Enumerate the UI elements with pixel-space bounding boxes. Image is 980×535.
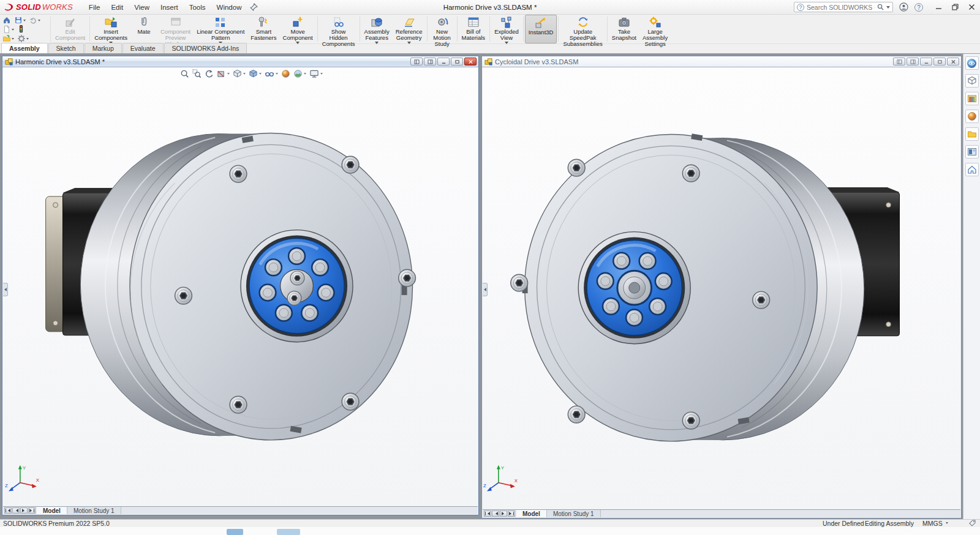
menu-view[interactable]: View — [134, 4, 149, 11]
cmd-move-component[interactable]: Move Component — [280, 15, 316, 43]
help-button-icon[interactable]: ? — [914, 3, 923, 12]
content-3d-icon[interactable] — [965, 74, 979, 88]
scroll-next-button[interactable] — [500, 511, 507, 517]
document-window-cycloidal[interactable]: Cycloidal Drive v3.SLDASM — [481, 56, 962, 518]
save-button[interactable] — [14, 16, 26, 24]
display-pane-left-button[interactable] — [893, 58, 905, 65]
file-explorer-icon[interactable] — [965, 127, 979, 141]
cmd-new-motion-study[interactable]: New Motion Study — [429, 15, 456, 43]
search-input[interactable] — [807, 4, 875, 11]
zoom-to-fit-icon[interactable] — [180, 69, 189, 78]
rebuild-button[interactable] — [17, 24, 25, 34]
tab-markup[interactable]: Markup — [85, 43, 122, 53]
child-close-button[interactable] — [947, 58, 959, 65]
resources-home-icon[interactable] — [965, 163, 979, 176]
child-minimize-button[interactable] — [437, 58, 450, 65]
open-button[interactable] — [2, 34, 14, 43]
viewport-3d-harmonic[interactable]: Y X Z — [3, 67, 478, 508]
scroll-first-button[interactable] — [4, 507, 12, 514]
apply-scene-icon[interactable] — [293, 69, 306, 78]
cycloidal-titlebar[interactable]: Cycloidal Drive v3.SLDASM — [482, 56, 961, 67]
minimize-button[interactable] — [935, 4, 942, 10]
cmd-linear-component-pattern[interactable]: Linear Component Pattern — [194, 15, 247, 43]
dropdown-caret-icon[interactable] — [320, 73, 323, 76]
cmd-bill-of-materials[interactable]: Bill of Materials — [459, 15, 489, 43]
scroll-prev-button[interactable] — [492, 511, 499, 517]
pin-menu-icon[interactable] — [250, 3, 258, 11]
cmd-assembly-features[interactable]: Assembly Features — [361, 15, 393, 43]
scroll-next-button[interactable] — [20, 507, 28, 514]
scroll-last-button[interactable] — [508, 511, 515, 517]
search-options-caret-icon[interactable] — [886, 6, 890, 10]
threedexperience-icon[interactable] — [965, 56, 979, 70]
section-view-icon[interactable] — [217, 69, 230, 78]
tab-model[interactable]: Model — [37, 507, 67, 514]
child-close-button[interactable] — [464, 58, 477, 65]
display-pane-right-button[interactable] — [424, 58, 436, 65]
tab-model[interactable]: Model — [516, 510, 547, 517]
restore-button[interactable] — [952, 4, 959, 10]
close-button[interactable] — [968, 4, 975, 10]
child-restore-button[interactable] — [933, 58, 946, 65]
cmd-smart-fasteners[interactable]: Smart Fasteners — [247, 15, 279, 43]
scroll-prev-button[interactable] — [12, 507, 20, 514]
zoom-to-area-icon[interactable] — [192, 69, 202, 78]
new-document-button[interactable] — [2, 25, 14, 34]
cmd-show-hidden-components[interactable]: Show Hidden Components — [319, 15, 358, 43]
help-search-box[interactable]: ? — [794, 2, 893, 12]
display-pane-right-button[interactable] — [907, 58, 919, 65]
assembly-document-icon — [5, 58, 13, 65]
tab-solidworks-add-ins[interactable]: SOLIDWORKS Add-Ins — [164, 43, 247, 53]
cmd-edit-component[interactable]: Edit Component — [52, 15, 88, 43]
editing-mode-label: Editing Assembly — [865, 520, 914, 527]
cmd-take-snapshot[interactable]: Take Snapshot — [609, 15, 639, 43]
scroll-last-button[interactable] — [28, 507, 36, 514]
insert-components-icon — [105, 16, 117, 28]
undo-button[interactable] — [29, 16, 40, 24]
dropdown-caret-icon[interactable] — [243, 73, 246, 76]
tab-evaluate[interactable]: Evaluate — [123, 43, 164, 53]
menu-edit[interactable]: Edit — [111, 4, 123, 11]
edit-appearance-icon[interactable] — [281, 69, 290, 78]
cmd-exploded-view[interactable]: Exploded View — [491, 15, 522, 43]
search-icon[interactable] — [877, 4, 884, 10]
view-settings-icon[interactable] — [309, 69, 323, 78]
tab-assembly[interactable]: Assembly — [1, 43, 48, 53]
tab-sketch[interactable]: Sketch — [48, 43, 84, 53]
units-selector[interactable]: MMGS — [922, 520, 948, 527]
appearances-icon[interactable] — [965, 110, 979, 123]
child-restore-button[interactable] — [451, 58, 463, 65]
login-user-icon[interactable] — [899, 2, 908, 12]
options-button[interactable] — [17, 34, 29, 43]
dropdown-caret-icon[interactable] — [304, 73, 306, 76]
home-button[interactable] — [2, 16, 11, 24]
tab-motion-study-1[interactable]: Motion Study 1 — [67, 507, 121, 514]
design-library-icon[interactable] — [965, 92, 979, 105]
menu-insert[interactable]: Insert — [160, 4, 178, 11]
child-minimize-button[interactable] — [920, 58, 932, 65]
cmd-mate[interactable]: Mate — [130, 15, 157, 43]
menu-tools[interactable]: Tools — [189, 4, 206, 11]
dropdown-caret-icon[interactable] — [227, 73, 230, 76]
dropdown-caret-icon[interactable] — [276, 73, 278, 76]
cmd-update-speedpak[interactable]: Update SpeedPak Subassemblies — [560, 15, 605, 43]
display-style-icon[interactable] — [249, 69, 262, 78]
view-palette-icon[interactable] — [965, 145, 979, 159]
viewport-3d-cycloidal[interactable]: Y X Z — [483, 67, 960, 511]
cmd-insert-components[interactable]: Insert Components — [91, 15, 130, 43]
view-orientation-icon[interactable] — [233, 69, 246, 78]
scroll-first-button[interactable] — [484, 511, 491, 517]
cmd-instant3d[interactable]: Instant3D — [525, 15, 557, 43]
cmd-component-preview-window[interactable]: Component Preview Window — [157, 15, 194, 43]
tab-motion-study-1[interactable]: Motion Study 1 — [547, 510, 601, 517]
hide-show-items-icon[interactable] — [265, 69, 278, 78]
document-window-harmonic[interactable]: Harmonic Drive v3.SLDASM * — [2, 56, 479, 515]
previous-view-icon[interactable] — [205, 69, 214, 78]
menu-file[interactable]: File — [89, 4, 100, 11]
cmd-reference-geometry[interactable]: Reference Geometry — [393, 15, 426, 43]
cmd-large-assembly-settings[interactable]: Large Assembly Settings — [639, 15, 671, 43]
dropdown-caret-icon[interactable] — [259, 73, 262, 76]
menu-window[interactable]: Window — [217, 4, 242, 11]
harmonic-titlebar[interactable]: Harmonic Drive v3.SLDASM * — [2, 56, 478, 67]
display-pane-left-button[interactable] — [410, 58, 423, 65]
